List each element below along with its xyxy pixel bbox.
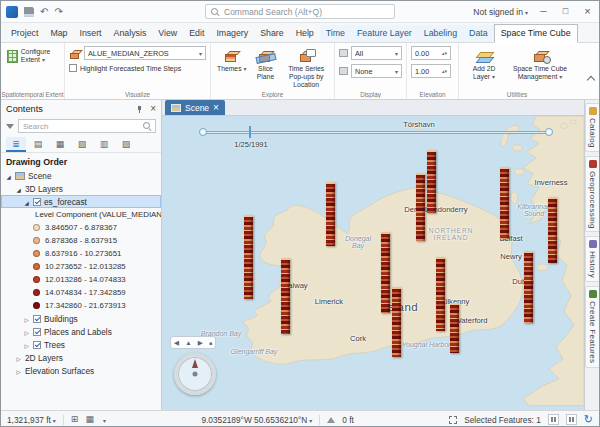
legend-item[interactable]: 14.074834 - 17.342859 xyxy=(1,286,161,299)
tree-item-trees[interactable]: Trees xyxy=(1,338,161,351)
legend-symbol[interactable] xyxy=(33,263,40,270)
highlight-forecast-checkbox-row[interactable]: Highlight Forecasted Time Steps xyxy=(69,64,206,72)
tab-map[interactable]: Map xyxy=(44,25,73,42)
space-time-cube-column[interactable] xyxy=(450,303,459,353)
tree-item-3d-layers[interactable]: 3D Layers xyxy=(1,182,161,195)
pin-icon[interactable] xyxy=(135,105,143,114)
expander-icon[interactable] xyxy=(23,340,30,350)
space-time-cube-column[interactable] xyxy=(524,251,533,323)
list-by-labeling-icon[interactable]: ▨ xyxy=(116,137,136,152)
pan-up-icon[interactable] xyxy=(185,339,191,346)
variable-field-combo[interactable]: ALUE_MEDIAN_ZEROS xyxy=(84,46,206,60)
expander-icon[interactable] xyxy=(23,314,30,324)
add-2d-layer-button[interactable]: Add 2D Layer xyxy=(463,46,505,83)
tree-item-level-component[interactable]: Level Component (VALUE_MEDIAN_ZE... xyxy=(1,208,161,221)
themes-button[interactable]: Themes xyxy=(215,46,249,75)
legend-item[interactable]: 12.013286 - 14.074833 xyxy=(1,273,161,286)
tab-edit[interactable]: Edit xyxy=(183,25,210,42)
layer-visibility-checkbox[interactable] xyxy=(33,198,41,206)
command-search-input[interactable]: Command Search (Alt+Q) xyxy=(205,4,395,19)
space-time-cube-column[interactable] xyxy=(548,197,557,263)
dock-tab-catalog[interactable]: Catalog xyxy=(585,103,599,152)
time-series-popups-button[interactable]: Time Series Pop-ups by Location xyxy=(282,46,330,90)
legend-item[interactable]: 8.637916 - 10.273651 xyxy=(1,247,161,260)
elevation-offset-spinner[interactable]: 0.00 ▴▾ xyxy=(411,46,451,60)
save-icon[interactable] xyxy=(24,7,34,17)
contents-search-input[interactable]: Search xyxy=(18,119,156,133)
maximize-button[interactable] xyxy=(559,7,572,16)
tab-labeling[interactable]: Labeling xyxy=(418,25,463,42)
pause-drawing-button[interactable] xyxy=(548,414,559,425)
layer-visibility-checkbox[interactable] xyxy=(33,341,41,349)
tab-share[interactable]: Share xyxy=(254,25,289,42)
spinner-arrows-icon[interactable]: ▴▾ xyxy=(442,70,447,73)
close-button[interactable] xyxy=(581,6,594,17)
coordinates-readout[interactable]: 9.0352189°W 50.6536210°N xyxy=(201,415,312,425)
basemap-layers-icon[interactable] xyxy=(85,415,94,424)
time-slider[interactable]: 1/25/1991 xyxy=(199,127,553,157)
view-tab-scene[interactable]: Scene xyxy=(165,100,225,115)
grid-toggle-icon[interactable] xyxy=(71,415,79,424)
compass-navigator[interactable] xyxy=(174,353,216,395)
tab-view[interactable]: View xyxy=(152,25,183,42)
legend-item[interactable]: 6.878368 - 8.637915 xyxy=(1,234,161,247)
space-time-cube-column[interactable] xyxy=(381,232,390,313)
legend-symbol[interactable] xyxy=(33,237,40,244)
expander-icon[interactable] xyxy=(15,353,22,363)
expander-icon[interactable] xyxy=(23,327,30,337)
space-time-cube-column[interactable] xyxy=(326,182,335,246)
tab-project[interactable]: Project xyxy=(5,25,44,42)
legend-symbol[interactable] xyxy=(33,289,40,296)
map-canvas[interactable]: TórshavnInvernessDerry/LondonderryKilbra… xyxy=(162,116,584,410)
chevron-down-icon[interactable] xyxy=(101,415,106,425)
display-none-combo[interactable]: None xyxy=(351,64,402,78)
expander-icon[interactable] xyxy=(15,366,22,376)
undo-icon[interactable] xyxy=(40,7,48,17)
dock-tab-geoprocessing[interactable]: Geoprocessing xyxy=(585,156,599,233)
redo-icon[interactable] xyxy=(54,7,62,17)
legend-symbol[interactable] xyxy=(33,276,40,283)
legend-symbol[interactable] xyxy=(33,302,40,309)
list-by-editing-icon[interactable]: ▧ xyxy=(72,137,92,152)
navigator-mode-icon[interactable] xyxy=(209,339,212,346)
highlight-forecast-checkbox[interactable] xyxy=(69,64,77,72)
space-time-cube-column[interactable] xyxy=(436,257,445,331)
list-by-snapping-icon[interactable]: ▥ xyxy=(94,137,114,152)
tab-data[interactable]: Data xyxy=(463,25,494,42)
legend-item[interactable]: 3.846507 - 6.878367 xyxy=(1,221,161,234)
space-time-cube-column[interactable] xyxy=(416,173,425,241)
display-all-combo[interactable]: All xyxy=(351,46,402,60)
tab-time[interactable]: Time xyxy=(320,25,351,42)
space-time-cube-column[interactable] xyxy=(500,167,509,239)
space-time-cube-column[interactable] xyxy=(427,150,436,213)
map-scale-dropdown[interactable]: 1,321,937 ft xyxy=(7,415,56,425)
pan-left-icon[interactable] xyxy=(174,339,179,347)
close-view-icon[interactable] xyxy=(213,103,219,113)
tab-space-time-cube[interactable]: Space Time Cube xyxy=(494,24,578,43)
dock-tab-history[interactable]: History xyxy=(585,236,599,282)
scene-navigator-toolbar[interactable] xyxy=(170,336,216,349)
legend-symbol[interactable] xyxy=(33,224,40,231)
tree-item-2d-layers[interactable]: 2D Layers xyxy=(1,351,161,364)
tree-item-places-and-labels[interactable]: Places and Labels xyxy=(1,325,161,338)
tab-feature-layer[interactable]: Feature Layer xyxy=(351,25,418,42)
vertical-exaggeration-spinner[interactable]: 1.00 ▴▾ xyxy=(411,64,451,78)
expander-icon[interactable] xyxy=(15,184,22,194)
tree-item-scene[interactable]: Scene xyxy=(1,169,161,182)
tab-insert[interactable]: Insert xyxy=(74,25,108,42)
list-by-selection-icon[interactable]: ▦ xyxy=(50,137,70,152)
list-by-source-icon[interactable]: ▤ xyxy=(28,137,48,152)
filter-icon[interactable] xyxy=(6,124,14,129)
space-time-cube-management-button[interactable]: Space Time Cube Management xyxy=(509,46,571,83)
tab-help[interactable]: Help xyxy=(290,25,320,42)
legend-symbol[interactable] xyxy=(33,250,40,257)
legend-item[interactable]: 17.342860 - 21.673913 xyxy=(1,299,161,312)
close-pane-icon[interactable] xyxy=(150,104,156,114)
space-time-cube-column[interactable] xyxy=(244,215,253,299)
refresh-view-icon[interactable] xyxy=(584,414,593,425)
space-time-cube-column[interactable] xyxy=(281,258,290,334)
legend-item[interactable]: 10.273652 - 12.013285 xyxy=(1,260,161,273)
configure-extent-button[interactable]: Configure Extent xyxy=(5,46,60,66)
time-slider-end-handle[interactable] xyxy=(545,128,553,136)
time-slider-track[interactable] xyxy=(203,131,549,134)
